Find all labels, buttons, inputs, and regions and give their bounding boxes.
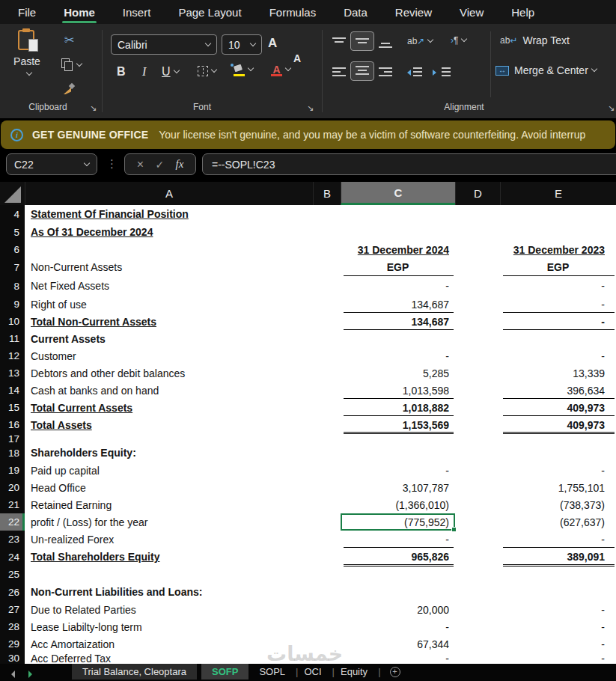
menu-tab-file[interactable]: File (16, 0, 37, 24)
row-header-27[interactable]: 27 (0, 601, 25, 618)
cell-E28[interactable]: - (500, 618, 616, 635)
add-sheet-button[interactable]: + (390, 667, 400, 677)
formula-bar-grip-icon[interactable]: ⋮ (106, 157, 118, 171)
cell-E23[interactable]: - (500, 531, 616, 548)
cell-D22[interactable] (455, 513, 500, 531)
cell-A5[interactable]: As Of 31 December 2024 (25, 223, 313, 241)
cell-E13[interactable]: 13,339 (500, 364, 616, 382)
font-color-button[interactable]: A (271, 63, 290, 76)
cell-C18[interactable] (341, 444, 455, 462)
cell-C27[interactable]: 20,000 (341, 601, 455, 618)
cell-E27[interactable]: - (500, 601, 616, 618)
row-header-15[interactable]: 15 (0, 399, 25, 416)
cell-D5[interactable] (455, 223, 500, 241)
cell-B24[interactable] (313, 548, 341, 566)
cell-C19[interactable]: - (341, 462, 455, 479)
paste-dropdown[interactable] (18, 72, 36, 76)
row-header-7[interactable]: 7 (0, 258, 25, 276)
row-header-24[interactable]: 24 (0, 548, 25, 566)
cell-A23[interactable]: Un-realized Forex (25, 531, 313, 548)
cell-B15[interactable] (313, 399, 341, 416)
cell-B4[interactable] (313, 205, 341, 223)
cell-E8[interactable]: - (500, 276, 616, 296)
cell-C28[interactable]: - (341, 618, 455, 635)
cancel-icon[interactable]: × (137, 158, 144, 171)
menu-tab-data[interactable]: Data (342, 0, 369, 24)
cell-A29[interactable]: Acc Amortaization (25, 635, 313, 653)
sheet-tab-trial-balance-cleoptara[interactable]: Trial Balance, Cleoptara (72, 664, 197, 680)
cell-B7[interactable] (313, 258, 341, 276)
italic-button[interactable]: I (142, 65, 146, 79)
cell-A9[interactable]: Right of use (25, 296, 313, 313)
select-all-corner[interactable] (0, 182, 25, 205)
cell-C8[interactable]: - (341, 276, 455, 296)
menu-tab-insert[interactable]: Insert (121, 0, 153, 24)
cell-C17[interactable] (341, 433, 455, 444)
cell-E4[interactable] (500, 205, 616, 223)
cell-B25[interactable] (313, 566, 341, 583)
cell-A7[interactable]: Non-Current Assets (25, 258, 313, 276)
sheet-nav-left-icon[interactable] (7, 671, 15, 678)
bold-button[interactable]: B (117, 65, 126, 79)
borders-dropdown[interactable] (211, 67, 217, 73)
cell-A24[interactable]: Total Shareholders Equity (25, 548, 313, 566)
shrink-font-button[interactable]: Aˆ (293, 52, 616, 64)
cell-A21[interactable]: Retained Earning (25, 496, 313, 513)
cell-D25[interactable] (455, 566, 500, 583)
row-header-16[interactable]: 16 (0, 416, 25, 433)
row-header-30[interactable]: 30 (0, 653, 25, 664)
cell-E7[interactable]: EGP (500, 258, 616, 276)
cell-B21[interactable] (313, 496, 341, 513)
cell-A6[interactable] (25, 241, 313, 258)
merge-center-button[interactable]: ↔ Merge & Center (495, 64, 597, 76)
cell-A16[interactable]: Total Assets (25, 416, 313, 433)
underline-button[interactable]: U (162, 65, 179, 79)
row-header-17[interactable]: 17 (0, 433, 25, 444)
row-header-5[interactable]: 5 (0, 223, 25, 241)
cell-A27[interactable]: Due to Related Parties (25, 601, 313, 618)
increase-indent-button[interactable] (433, 67, 451, 78)
wrap-text-button[interactable]: ab↵ Wrap Text (500, 34, 570, 46)
sheet-tab-sopl[interactable]: SOPL (253, 664, 291, 680)
column-header-B[interactable]: B (313, 182, 341, 205)
cell-A8[interactable]: Net Fixed Assets (25, 276, 313, 296)
cell-A26[interactable]: Non-Current Liabilities and Loans: (25, 583, 313, 601)
cell-D19[interactable] (455, 462, 500, 479)
text-direction-button[interactable]: ›¶ (451, 35, 466, 46)
cell-C14[interactable]: 1,013,598 (341, 382, 455, 399)
cell-A11[interactable]: Current Assets (25, 330, 313, 347)
cell-D9[interactable] (455, 296, 500, 313)
row-header-13[interactable]: 13 (0, 364, 25, 382)
menu-tab-view[interactable]: View (458, 0, 485, 24)
column-header-D[interactable]: D (455, 182, 500, 205)
column-header-A[interactable]: A (25, 182, 313, 205)
cell-D14[interactable] (455, 382, 500, 399)
cell-B30[interactable] (313, 653, 341, 664)
cell-B10[interactable] (313, 313, 341, 330)
cell-B5[interactable] (313, 223, 341, 241)
cell-D12[interactable] (455, 347, 500, 364)
cell-C20[interactable]: 3,107,787 (341, 479, 455, 496)
cell-D18[interactable] (455, 444, 500, 462)
cell-D17[interactable] (455, 433, 500, 444)
cell-C24[interactable]: 965,826 (341, 548, 455, 566)
cut-button[interactable]: ✂ (64, 33, 74, 47)
cell-C23[interactable]: - (341, 531, 455, 548)
cell-A30[interactable]: Acc Deferred Tax (25, 653, 313, 664)
paste-label[interactable]: Paste (10, 55, 43, 67)
cell-A25[interactable] (25, 566, 313, 583)
cell-E20[interactable]: 1,755,101 (500, 479, 616, 496)
cell-E6[interactable]: 31 December 2023 (500, 241, 616, 258)
cell-B19[interactable] (313, 462, 341, 479)
cell-E26[interactable] (500, 583, 616, 601)
cell-B28[interactable] (313, 618, 341, 635)
cell-D27[interactable] (455, 601, 500, 618)
row-header-14[interactable]: 14 (0, 382, 25, 399)
row-header-25[interactable]: 25 (0, 566, 25, 583)
cell-D13[interactable] (455, 364, 500, 382)
copy-dropdown[interactable] (76, 60, 82, 66)
sheet-tab-oci[interactable]: OCI (298, 664, 327, 680)
bottom-align-button[interactable] (379, 37, 392, 48)
font-name-combo[interactable]: Calibri (111, 34, 217, 55)
row-header-26[interactable]: 26 (0, 583, 25, 601)
